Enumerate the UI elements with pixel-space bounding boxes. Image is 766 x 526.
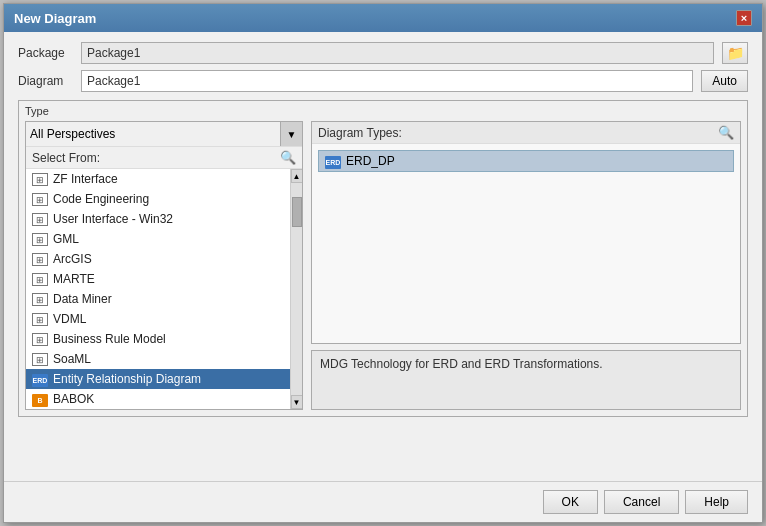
list-item[interactable]: ⊞GML xyxy=(26,229,290,249)
list-item-label: Data Miner xyxy=(53,292,112,306)
diagram-types-label: Diagram Types: xyxy=(318,126,402,140)
left-panel: All Perspectives ▼ Select From: 🔍 ⊞ZF In… xyxy=(25,121,303,410)
list-item-icon: ⊞ xyxy=(32,332,48,347)
diagram-type-icon: ERD xyxy=(325,154,341,169)
list-item-icon: ⊞ xyxy=(32,292,48,307)
list-item-icon: ⊞ xyxy=(32,352,48,367)
select-from-header: Select From: 🔍 xyxy=(26,147,302,169)
list-item[interactable]: ⊞ArcGIS xyxy=(26,249,290,269)
list-item-icon: ⊞ xyxy=(32,252,48,267)
diagram-search-icon[interactable]: 🔍 xyxy=(718,125,734,140)
close-button[interactable]: × xyxy=(736,10,752,26)
search-icon[interactable]: 🔍 xyxy=(280,150,296,165)
scroll-down-arrow[interactable]: ▼ xyxy=(291,395,303,409)
browse-button[interactable]: 📁 xyxy=(722,42,748,64)
list-item[interactable]: ⊞VDML xyxy=(26,309,290,329)
dialog-title: New Diagram xyxy=(14,11,96,26)
description-text: MDG Technology for ERD and ERD Transform… xyxy=(320,357,603,371)
scrollbar-thumb[interactable] xyxy=(292,197,302,227)
list-item[interactable]: ⊞Code Engineering xyxy=(26,189,290,209)
list-item-label: ZF Interface xyxy=(53,172,118,186)
folder-icon: 📁 xyxy=(727,45,744,61)
list-item-icon: ⊞ xyxy=(32,172,48,187)
scroll-up-arrow[interactable]: ▲ xyxy=(291,169,303,183)
title-bar: New Diagram × xyxy=(4,4,762,32)
list-item-label: ArcGIS xyxy=(53,252,92,266)
diagram-row: Diagram Auto xyxy=(18,70,748,92)
perspective-dropdown[interactable]: All Perspectives xyxy=(26,122,280,146)
type-label: Type xyxy=(25,105,741,117)
diagram-type-label: ERD_DP xyxy=(346,154,727,168)
list-item-icon: ERD xyxy=(32,372,48,387)
diagram-types-list: ERDERD_DP xyxy=(312,144,740,343)
main-content: All Perspectives ▼ Select From: 🔍 ⊞ZF In… xyxy=(25,121,741,410)
list-item-label: MARTE xyxy=(53,272,95,286)
list-item-label: Code Engineering xyxy=(53,192,149,206)
perspective-list: ⊞ZF Interface⊞Code Engineering⊞User Inte… xyxy=(26,169,290,409)
package-input[interactable] xyxy=(81,42,714,64)
list-item-label: Entity Relationship Diagram xyxy=(53,372,201,386)
list-item-icon: ⊞ xyxy=(32,232,48,247)
package-row: Package 📁 xyxy=(18,42,748,64)
diagram-type-item[interactable]: ERDERD_DP xyxy=(318,150,734,172)
right-panel: Diagram Types: 🔍 ERDERD_DP MDG Technolog… xyxy=(311,121,741,410)
list-item[interactable]: ⊞Business Rule Model xyxy=(26,329,290,349)
bottom-bar: OK Cancel Help xyxy=(4,481,762,522)
new-diagram-dialog: New Diagram × Package 📁 Diagram Auto Typ… xyxy=(3,3,763,523)
auto-button[interactable]: Auto xyxy=(701,70,748,92)
list-item-icon: ⊞ xyxy=(32,212,48,227)
list-item-icon: ⊞ xyxy=(32,272,48,287)
dropdown-arrow-icon[interactable]: ▼ xyxy=(280,122,302,146)
select-from-label: Select From: xyxy=(32,151,100,165)
list-item-icon: B xyxy=(32,392,48,407)
help-button[interactable]: Help xyxy=(685,490,748,514)
list-item[interactable]: ⊞User Interface - Win32 xyxy=(26,209,290,229)
diagram-types-panel: Diagram Types: 🔍 ERDERD_DP xyxy=(311,121,741,344)
list-item-label: BABOK xyxy=(53,392,94,406)
type-group: Type All Perspectives ▼ Select From: xyxy=(18,100,748,417)
diagram-types-header: Diagram Types: 🔍 xyxy=(312,122,740,144)
list-with-scroll: ⊞ZF Interface⊞Code Engineering⊞User Inte… xyxy=(26,169,302,409)
diagram-label: Diagram xyxy=(18,74,73,88)
list-item[interactable]: ⊞ZF Interface xyxy=(26,169,290,189)
scrollbar-track: ▲ ▼ xyxy=(290,169,302,409)
description-panel: MDG Technology for ERD and ERD Transform… xyxy=(311,350,741,410)
list-item-icon: ⊞ xyxy=(32,312,48,327)
list-item[interactable]: ⊞SoaML xyxy=(26,349,290,369)
package-label: Package xyxy=(18,46,73,60)
list-item-label: User Interface - Win32 xyxy=(53,212,173,226)
list-item-label: Business Rule Model xyxy=(53,332,166,346)
list-item[interactable]: ERDEntity Relationship Diagram xyxy=(26,369,290,389)
ok-button[interactable]: OK xyxy=(543,490,598,514)
list-item[interactable]: ⊞Data Miner xyxy=(26,289,290,309)
perspective-dropdown-row: All Perspectives ▼ xyxy=(26,122,302,147)
list-item-label: VDML xyxy=(53,312,86,326)
diagram-input[interactable] xyxy=(81,70,693,92)
list-item[interactable]: BBABOK xyxy=(26,389,290,409)
list-item[interactable]: ⊞MARTE xyxy=(26,269,290,289)
cancel-button[interactable]: Cancel xyxy=(604,490,679,514)
list-item-label: GML xyxy=(53,232,79,246)
list-item-label: SoaML xyxy=(53,352,91,366)
list-item-icon: ⊞ xyxy=(32,192,48,207)
dialog-body: Package 📁 Diagram Auto Type All xyxy=(4,32,762,481)
